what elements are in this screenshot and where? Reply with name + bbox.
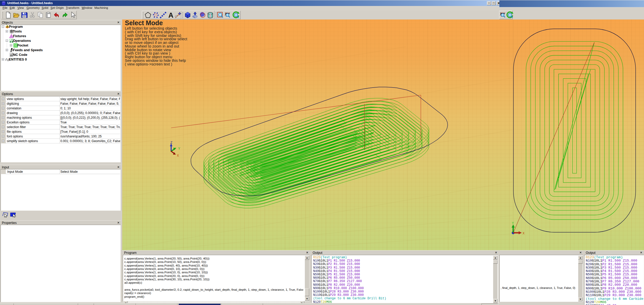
svg-text:Y: Y [178, 147, 180, 151]
svg-text:X: X [177, 154, 179, 158]
svg-text:Y: Y [512, 221, 514, 225]
svg-text:GO: GO [10, 55, 13, 56]
svg-text:Z: Z [170, 141, 172, 145]
svg-text:A: A [168, 11, 173, 19]
svg-text:X: X [523, 231, 525, 235]
